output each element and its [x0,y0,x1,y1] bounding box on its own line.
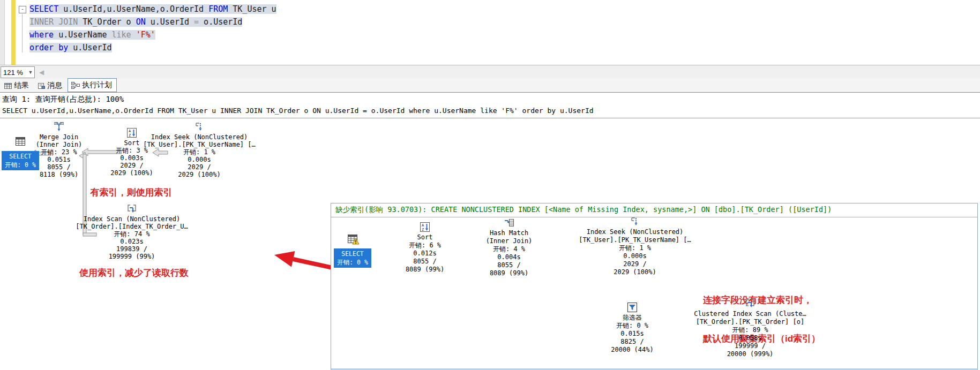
indent-guide [22,14,23,52]
node-cost: 开销: 6 % [409,241,441,250]
svg-text:Z: Z [422,228,424,232]
node-rows: 8825 / [620,338,644,346]
sort-icon: AZ [420,222,430,232]
plan-node-filter[interactable]: 筛选器 开销: 0 % 0.015s 8825 / 20000 (44%) [595,302,670,354]
index-scan-icon [126,203,137,214]
plan-node-hash-match[interactable]: Hash Match (Inner Join) 开销: 4 % 0.004s 8… [469,217,549,277]
results-grid-icon [4,82,12,89]
tab-results[interactable]: 结果 [1,79,33,92]
node-title: Clustered Index Scan (Cluste… [694,310,806,318]
node-cost: 开销: 23 % [41,148,77,156]
node-object: [TK_User].[PK_TK_UserName] [… [579,236,691,244]
node-cost: 开销: 1 % [619,244,651,252]
sql-line-1: SELECT u.UserId,u.UserName,o.OrderId FRO… [19,3,980,16]
plan-node-clustered-index-scan[interactable]: Clustered Index Scan (Cluste… [TK_Order]… [683,298,817,358]
node-time: 0.015s [620,330,644,338]
hash-match-icon [504,217,514,228]
sql-line-3: where u.UserName like 'F%' [19,28,980,41]
code-area[interactable]: - SELECT u.UserId,u.UserName,o.OrderId F… [16,0,980,65]
node-time: 0.051s [47,156,70,163]
node-rows: 2029 / [188,163,211,171]
tab-execution-plan[interactable]: 执行计划 [68,78,117,92]
result-sheet-warning-icon [347,233,358,244]
node-cost: 开销: 89 % [732,326,768,334]
node-rows-total: 2029 (100%) [178,171,220,178]
scrollbar-left-arrow[interactable]: ◀ [39,69,44,76]
node-rows: 8055 / [47,163,70,171]
missing-index-hint[interactable]: 缺少索引(影响 93.0703): CREATE NONCLUSTERED IN… [335,205,832,215]
query-statement-text: SELECT u.UserId,u.UserName,o.OrderId FRO… [2,107,594,115]
merge-join-icon [54,122,64,132]
node-subtitle: (Inner Join) [36,141,83,148]
node-rows-total: 2029 (100%) [614,268,656,276]
node-rows-total: 20000 (44%) [611,346,653,354]
tab-messages[interactable]: 消息 [34,79,66,92]
node-rows-total: 8089 (99%) [406,266,444,274]
statement-separator [0,118,980,118]
collapse-region-icon[interactable]: - [19,6,26,13]
plan-node-select-2[interactable]: SELECT开销: 0 % [330,233,375,268]
node-time: 0.000s [188,156,211,163]
node-title: Merge Join [40,133,78,141]
node-object: [TK_User].[PK_TK_UserName] [… [143,141,256,148]
results-tab-bar: 结果 消息 执行计划 [0,79,980,92]
svg-text:Z: Z [129,133,131,138]
node-cost: 开销: 1 % [183,148,215,156]
node-object: [TK_Order].[PK_TK_Order] [o] [696,318,804,326]
note-has-index: 有索引，则使用索引 [51,186,212,199]
node-rows-total: 8118 (99%) [40,171,78,178]
node-time: 0.058s [738,334,761,342]
node-title: 筛选器 [623,314,642,322]
filter-funnel-icon [627,302,638,313]
node-object: [TK_Order].[Index_TK_Order_U… [76,223,188,230]
node-title: Index Seek (NonClustered) [587,228,684,236]
tab-execution-plan-label: 执行计划 [82,80,112,90]
node-rows: 8055 / [497,261,520,269]
zoom-level-combo[interactable]: 121 % ▼ [1,66,35,78]
editor-scroll-toolbar: 121 % ▼ ◀ [0,65,980,79]
node-rows: 8055 / [413,258,436,266]
editor-margin [0,0,5,65]
node-cost: 开销: 4 % [493,245,525,253]
warning-icon [352,238,360,245]
plan-node-index-scan[interactable]: Index Scan (NonClustered) [TK_Order].[In… [62,203,201,260]
sql-editor[interactable]: - SELECT u.UserId,u.UserName,o.OrderId F… [0,0,980,65]
node-subtitle: (Inner Join) [486,237,533,245]
execution-plan-pane: 查询 1: 查询开销(占总批): 100% SELECT u.UserId,u.… [0,92,980,370]
node-rows: 199999 / [735,342,766,350]
node-title: Sort [417,233,433,241]
ssms-query-window: { "editor": { "lines": [ {"tokens":[{"t"… [0,0,980,370]
sql-line-2: INNER JOIN TK_Order o ON u.UserId = o.Us… [19,16,980,28]
tab-messages-label: 消息 [47,81,62,90]
node-cost: 开销: 0 % [616,322,648,330]
index-seek-icon [194,122,205,132]
tab-results-label: 结果 [14,81,29,90]
messages-icon [38,82,45,89]
sql-line-4: order by u.UserId [19,41,980,54]
plan-node-index-seek-2[interactable]: Index Seek (NonClustered) [TK_User].[PK_… [571,216,699,276]
execution-plan-icon [71,82,80,89]
zoom-level-value: 121 % [1,69,27,77]
node-title: Hash Match [490,229,528,237]
node-title: Index Seek (NonClustered) [151,133,248,141]
query-cost-header: 查询 1: 查询开销(占总批): 100% [2,95,124,104]
plan-node-sort-2[interactable]: AZ Sort 开销: 6 % 0.012s 8055 / 8089 (99%) [387,222,462,274]
clustered-index-scan-icon [745,298,755,309]
node-cost: 开销: 74 % [114,230,149,238]
node-rows: 199839 / [116,245,147,253]
node-time: 0.004s [497,253,520,261]
editor-selection-margin [5,0,11,65]
node-time: 0.023s [120,238,143,245]
node-title: Index Scan (NonClustered) [84,215,181,223]
node-rows-total: 8089 (99%) [490,269,528,277]
node-time: 0.012s [413,250,436,258]
change-tracking-bar [11,0,16,65]
node-rows-total: 199999 (99%) [109,253,155,260]
plan-node-index-seek-1[interactable]: Index Seek (NonClustered) [TK_User].[PK_… [135,122,264,178]
chevron-down-icon[interactable]: ▼ [27,70,34,75]
node-time: 0.000s [623,252,646,260]
node-rows: 2029 / [623,260,646,268]
note-use-index: 使用索引，减少了读取行数 [48,267,220,279]
node-rows-total: 20000 (999%) [727,350,774,358]
select-node-badge: SELECT开销: 0 % [334,248,371,268]
